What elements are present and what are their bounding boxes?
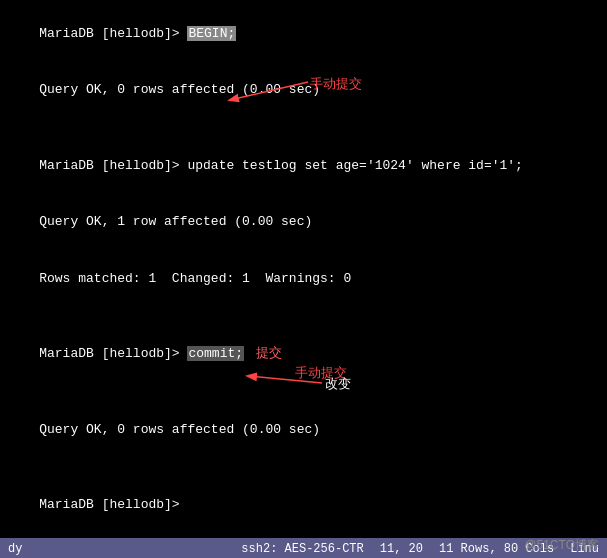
commit-prompt-line: MariaDB [hellodb]> commit; 提交 手动提交 — [8, 326, 599, 401]
update-prompt-line: MariaDB [hellodb]> update testlog set ag… — [8, 138, 599, 195]
statusbar: dy ssh2: AES-256-CTR 11, 20 11 Rows, 80 … — [0, 538, 607, 558]
begin-result-text: Query OK, 0 rows affected (0.00 sec) — [39, 82, 320, 97]
ssh-info: ssh2: AES-256-CTR — [241, 542, 363, 556]
commit-result: Query OK, 0 rows affected (0.00 sec) — [8, 402, 599, 459]
terminal-top: MariaDB [hellodb]> BEGIN; Query OK, 0 ro… — [0, 0, 607, 538]
begin-cmd: BEGIN; — [187, 26, 236, 41]
begin-prompt-line: MariaDB [hellodb]> BEGIN; — [8, 6, 599, 63]
update-result-2: Rows matched: 1 Changed: 1 Warnings: 0 — [8, 251, 599, 308]
begin-result: Query OK, 0 rows affected (0.00 sec) — [8, 63, 599, 120]
blank-3 — [8, 458, 599, 477]
update-result-1: Query OK, 1 row affected (0.00 sec) — [8, 194, 599, 251]
prompt-3: MariaDB [hellodb]> — [39, 346, 187, 361]
prompt-1: MariaDB [hellodb]> — [39, 26, 187, 41]
update-result-text-1: Query OK, 1 row affected (0.00 sec) — [39, 214, 312, 229]
watermark: @51CTO博客 — [524, 537, 599, 554]
cursor-pos: 11, 20 — [380, 542, 423, 556]
commit-result-text: Query OK, 0 rows affected (0.00 sec) — [39, 422, 320, 437]
prompt-2: MariaDB [hellodb]> — [39, 158, 187, 173]
statusbar-left: dy — [8, 542, 221, 556]
blank-1 — [8, 119, 599, 138]
empty-prompt-line: MariaDB [hellodb]> — [8, 477, 599, 534]
update-result-text-2: Rows matched: 1 Changed: 1 Warnings: 0 — [39, 271, 351, 286]
commit-cmd: commit; — [187, 346, 244, 361]
blank-2 — [8, 308, 599, 327]
update-cmd: update testlog set age='1024' where id='… — [187, 158, 522, 173]
commit-annotation-inline: 提交 — [248, 346, 282, 361]
shoudong-label: 手动提交 — [295, 364, 347, 383]
prompt-4: MariaDB [hellodb]> — [39, 497, 187, 512]
